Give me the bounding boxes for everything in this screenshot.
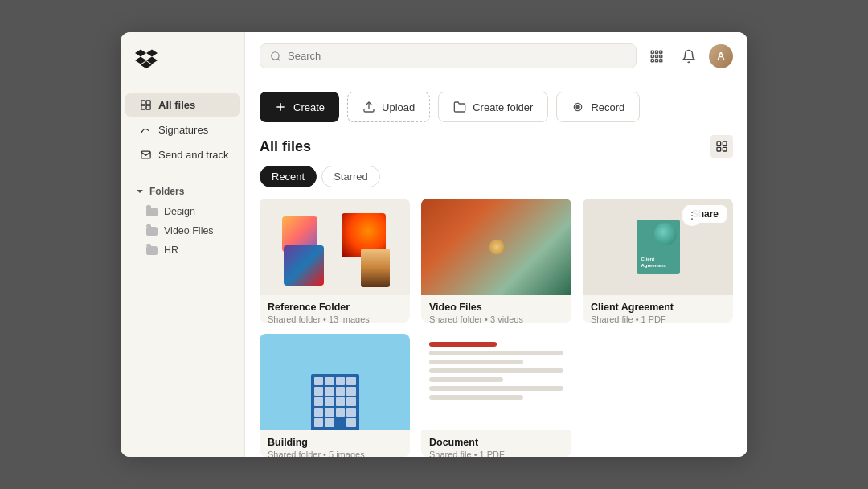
record-icon — [571, 101, 584, 113]
svg-rect-3 — [146, 105, 150, 109]
view-toggle — [710, 135, 733, 158]
doc-line — [429, 351, 563, 355]
svg-rect-7 — [656, 51, 658, 53]
svg-point-24 — [691, 212, 693, 213]
tab-starred[interactable]: Starred — [321, 166, 380, 187]
svg-point-19 — [576, 105, 579, 109]
record-button[interactable]: Record — [556, 92, 640, 122]
folder-hr-label: HR — [164, 244, 178, 256]
svg-rect-8 — [660, 51, 662, 53]
grid-view-button[interactable] — [710, 135, 733, 158]
file-meta: Shared file • 1 PDF — [429, 450, 563, 458]
folder-video-files-label: Video Files — [164, 225, 214, 236]
file-card-video-files[interactable]: Video Files Shared folder • 3 videos — [421, 199, 571, 323]
files-grid: Reference Folder Shared folder • 13 imag… — [260, 199, 733, 457]
file-name: Document — [429, 437, 563, 448]
files-section: All files Recent Starred — [245, 130, 747, 457]
create-button[interactable]: Create — [260, 92, 339, 122]
sidebar-item-hr[interactable]: HR — [125, 240, 240, 260]
file-meta: Shared file • 1 PDF — [591, 314, 725, 323]
folder-plus-icon — [453, 101, 466, 113]
folder-design-label: Design — [164, 206, 195, 217]
sidebar-item-signatures[interactable]: Signatures — [125, 118, 240, 142]
create-label: Create — [293, 101, 325, 113]
file-info: Document Shared file • 1 PDF — [421, 430, 571, 458]
upload-label: Upload — [382, 101, 415, 113]
doc-line-short — [429, 395, 523, 400]
upload-button[interactable]: Upload — [347, 92, 430, 122]
file-meta: Shared folder • 3 videos — [429, 314, 563, 323]
file-meta: Shared folder • 5 images — [268, 450, 402, 458]
file-card-reference-folder[interactable]: Reference Folder Shared folder • 13 imag… — [260, 199, 410, 323]
file-thumb-video — [421, 199, 571, 295]
sidebar-item-design[interactable]: Design — [125, 202, 240, 221]
sidebar-navigation: All files Signatures Send and track — [121, 93, 244, 166]
search-bar[interactable] — [260, 43, 637, 68]
file-name: Reference Folder — [268, 302, 402, 313]
files-tabs: Recent Starred — [260, 166, 733, 187]
avatar[interactable]: A — [709, 44, 733, 68]
svg-rect-2 — [141, 105, 145, 109]
app-window: All files Signatures Send and track — [121, 32, 747, 457]
client-doc: ClientAgreement — [637, 220, 680, 274]
action-bar: Create Upload Create folder — [245, 80, 747, 130]
plus-icon — [274, 101, 287, 113]
thumb-img-2 — [284, 245, 324, 286]
main-content: A Create Upload — [245, 32, 747, 457]
doc2-thumbnail — [421, 334, 571, 430]
upload-icon — [362, 101, 375, 113]
file-thumb-building — [260, 334, 410, 430]
svg-rect-10 — [656, 55, 658, 57]
folder-icon — [146, 208, 158, 216]
header: A — [245, 32, 747, 80]
sidebar-item-send-and-track[interactable]: Send and track — [125, 143, 240, 166]
apps-button[interactable] — [645, 44, 669, 68]
create-folder-button[interactable]: Create folder — [438, 92, 548, 122]
file-meta: Shared folder • 13 images — [268, 314, 402, 323]
file-card-client-agreement[interactable]: ClientAgreement Share — [583, 199, 733, 323]
file-card-building[interactable]: Building Shared folder • 5 images — [260, 334, 410, 458]
client-doc-text: ClientAgreement — [641, 257, 675, 269]
grid-view-icon — [715, 140, 728, 153]
sidebar-item-video-files[interactable]: Video Files — [125, 221, 240, 240]
more-icon — [686, 210, 698, 221]
svg-rect-13 — [656, 59, 658, 61]
thumb-img-4 — [361, 249, 390, 287]
file-thumb-client: ClientAgreement Share — [583, 199, 733, 295]
file-info: Client Agreement Shared file • 1 PDF — [583, 295, 733, 323]
svg-rect-12 — [651, 59, 653, 61]
tab-recent[interactable]: Recent — [260, 166, 317, 187]
svg-rect-21 — [723, 142, 727, 146]
svg-point-5 — [272, 51, 279, 59]
search-input[interactable] — [288, 50, 626, 62]
notifications-button[interactable] — [677, 44, 701, 68]
grid-icon — [649, 49, 664, 64]
doc-line — [429, 386, 563, 391]
svg-rect-23 — [723, 147, 727, 151]
folder-icon — [146, 227, 158, 236]
files-title: All files — [260, 138, 311, 155]
svg-rect-14 — [660, 59, 662, 61]
svg-rect-9 — [651, 55, 653, 57]
folders-section-label: Folders — [149, 186, 184, 197]
svg-rect-20 — [717, 142, 721, 146]
file-card-document2[interactable]: Document Shared file • 1 PDF — [421, 334, 571, 458]
folders-section: Folders Design Video Files HR — [121, 181, 244, 260]
doc-line-accent — [429, 342, 497, 347]
sidebar-item-signatures-label: Signatures — [158, 124, 208, 136]
svg-rect-11 — [660, 55, 662, 57]
folder-icon — [146, 246, 158, 255]
card-more-button[interactable] — [682, 205, 702, 226]
sidebar-item-all-files-label: All files — [158, 99, 195, 111]
file-info: Video Files Shared folder • 3 videos — [421, 295, 571, 323]
sidebar: All files Signatures Send and track — [121, 32, 245, 457]
search-icon — [270, 51, 281, 62]
folders-section-header[interactable]: Folders — [121, 181, 244, 202]
sidebar-item-all-files[interactable]: All files — [125, 93, 240, 117]
svg-point-25 — [691, 215, 693, 216]
video-thumbnail — [421, 199, 571, 295]
file-info: Building Shared folder • 5 images — [260, 430, 410, 458]
doc-line-shorter — [429, 377, 503, 382]
doc-line — [429, 368, 563, 373]
svg-rect-1 — [146, 101, 150, 105]
